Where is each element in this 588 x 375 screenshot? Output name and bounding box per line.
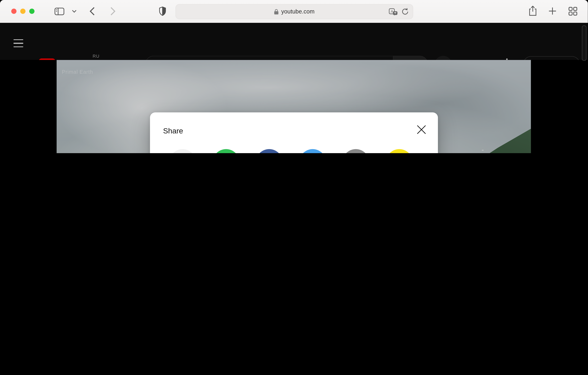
share-target-twitter[interactable]: Twitter bbox=[295, 149, 330, 153]
sidebar-chevron-down-icon[interactable] bbox=[72, 10, 76, 13]
tls-lock-icon bbox=[274, 9, 279, 15]
share-dialog: Share Embed WhatsApp bbox=[150, 112, 438, 153]
browser-toolbar: youtube.com A bbox=[0, 0, 588, 23]
tab-overview-icon[interactable] bbox=[568, 7, 578, 16]
share-target-email[interactable]: Email bbox=[338, 149, 373, 153]
share-dialog-title: Share bbox=[163, 127, 183, 135]
scrollbar-thumb[interactable] bbox=[582, 26, 586, 61]
forward-button[interactable] bbox=[110, 7, 116, 16]
privacy-shield-icon[interactable] bbox=[159, 6, 166, 16]
reload-icon[interactable] bbox=[401, 8, 409, 15]
share-target-embed[interactable]: Embed bbox=[165, 149, 200, 153]
close-window-button[interactable] bbox=[11, 9, 16, 14]
new-tab-icon[interactable] bbox=[549, 8, 556, 15]
share-target-kakaotalk[interactable]: TALK KakaoTalk bbox=[382, 149, 417, 153]
translate-icon[interactable]: A bbox=[389, 8, 398, 15]
sidebar-toggle-icon[interactable] bbox=[54, 8, 64, 15]
back-button[interactable] bbox=[90, 7, 95, 16]
svg-text:A: A bbox=[391, 9, 393, 13]
share-page-icon[interactable] bbox=[529, 6, 537, 16]
share-target-whatsapp[interactable]: WhatsApp bbox=[209, 149, 243, 153]
share-target-facebook[interactable]: f Facebook bbox=[252, 149, 286, 153]
safari-window: youtube.com A bbox=[0, 0, 588, 153]
address-bar[interactable]: youtube.com A bbox=[176, 4, 413, 19]
zoom-window-button[interactable] bbox=[29, 9, 34, 14]
url-text: youtube.com bbox=[281, 8, 315, 15]
close-icon[interactable] bbox=[416, 124, 427, 135]
minimize-window-button[interactable] bbox=[20, 9, 25, 14]
